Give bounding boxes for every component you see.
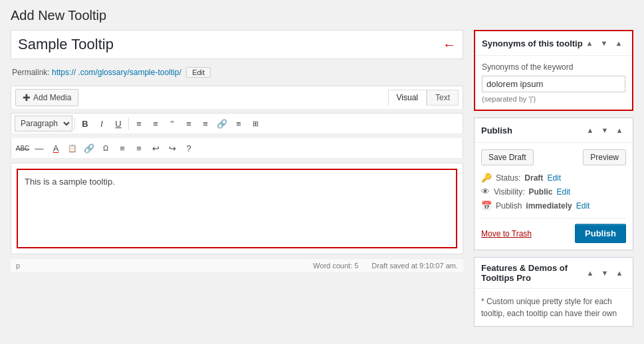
synonyms-metabox: Synonyms of this tooltip ▲ ▼ ▲ Synonyms … xyxy=(474,30,633,111)
sidebar: Synonyms of this tooltip ▲ ▼ ▲ Synonyms … xyxy=(474,30,633,327)
features-collapse-button[interactable]: ▲ xyxy=(613,266,626,280)
save-draft-button[interactable]: Save Draft xyxy=(481,149,534,165)
publish-time-value: immediately xyxy=(526,201,572,211)
publish-time-edit-link[interactable]: Edit xyxy=(576,201,590,211)
visibility-value: Public xyxy=(528,187,552,197)
publish-controls: ▲ ▼ ▲ xyxy=(584,124,626,137)
word-count: Word count: 5 xyxy=(313,262,358,270)
blockquote-button[interactable]: " xyxy=(164,116,180,131)
status-label: Status: xyxy=(496,173,520,183)
special-char-button[interactable]: Ω xyxy=(98,140,114,156)
publish-actions: Move to Trash Publish xyxy=(481,218,626,243)
features-metabox-header[interactable]: Features & Demos of Tooltips Pro ▲ ▼ ▲ xyxy=(475,258,633,289)
paste-text-button[interactable]: 📋 xyxy=(64,140,80,156)
underline-button[interactable]: U xyxy=(110,116,126,131)
publish-info: 🔑 Status: Draft Edit 👁 Visibility: Publi… xyxy=(481,171,626,213)
align-left-button[interactable]: ≡ xyxy=(181,116,197,131)
hr-button[interactable]: — xyxy=(31,140,47,156)
editor-content-area[interactable]: This is a sample tooltip. xyxy=(17,169,457,248)
permalink-url[interactable]: https:// .com/glossary/sample-tooltip/ xyxy=(52,68,181,77)
synonyms-metabox-header[interactable]: Synonyms of this tooltip ▲ ▼ ▲ xyxy=(475,31,632,56)
more-button[interactable]: ≡ xyxy=(231,116,247,131)
features-metabox: Features & Demos of Tooltips Pro ▲ ▼ ▲ *… xyxy=(474,257,633,327)
publish-time-row: 📅 Publish immediately Edit xyxy=(481,199,626,213)
features-up-button[interactable]: ▲ xyxy=(584,266,597,280)
features-title: Features & Demos of Tooltips Pro xyxy=(481,263,584,283)
ordered-list-button[interactable]: ≡ xyxy=(148,116,163,131)
tab-text[interactable]: Text xyxy=(427,90,459,106)
publish-time-label: Publish xyxy=(496,201,522,211)
calendar-icon: 📅 xyxy=(481,201,492,211)
synonyms-collapse-button[interactable]: ▲ xyxy=(612,37,625,50)
status-value: Draft xyxy=(524,173,543,183)
synonyms-input[interactable] xyxy=(482,76,625,92)
features-text: * Custom unique pretty style for each to… xyxy=(481,296,626,319)
synonyms-content: Synonyms of the keyword (separated by '|… xyxy=(475,56,632,110)
features-controls: ▲ ▼ ▲ xyxy=(584,266,626,280)
permalink-edit-button[interactable]: Edit xyxy=(186,67,211,78)
publish-down-button[interactable]: ▼ xyxy=(598,124,611,137)
visibility-edit-link[interactable]: Edit xyxy=(556,187,570,197)
permalink-row: Permalink: https:// .com/glossary/sample… xyxy=(11,67,463,78)
help-button[interactable]: ? xyxy=(181,140,197,156)
paragraph-select[interactable]: Paragraph xyxy=(15,116,72,131)
status-row: 🔑 Status: Draft Edit xyxy=(481,171,626,185)
synonyms-up-button[interactable]: ▲ xyxy=(583,37,596,50)
title-field-wrapper: ← xyxy=(11,30,463,59)
synonyms-keyword-label: Synonyms of the keyword xyxy=(482,62,625,72)
font-color-button[interactable]: A xyxy=(48,140,64,156)
publish-content: Save Draft Preview 🔑 Status: Draft Edit … xyxy=(475,143,633,250)
tab-visual[interactable]: Visual xyxy=(388,90,427,106)
synonyms-down-button[interactable]: ▼ xyxy=(597,37,611,50)
bold-button[interactable]: B xyxy=(77,116,93,131)
align-right-button[interactable]: ≡ xyxy=(197,116,213,131)
link-button[interactable]: 🔗 xyxy=(214,116,230,131)
publish-metabox: Publish ▲ ▼ ▲ Save Draft Preview 🔑 xyxy=(474,118,633,250)
editor-footer: p Word count: 5 Draft saved at 9:10:07 a… xyxy=(11,258,463,272)
features-content: * Custom unique pretty style for each to… xyxy=(475,289,633,326)
permalink-label: Permalink: xyxy=(12,68,50,77)
publish-draft-row: Save Draft Preview xyxy=(481,149,626,165)
publish-metabox-header[interactable]: Publish ▲ ▼ ▲ xyxy=(475,118,633,143)
outdent-button[interactable]: ≡ xyxy=(131,140,147,156)
synonyms-title: Synonyms of this tooltip xyxy=(482,39,583,48)
clear-format-button[interactable]: 🔗 xyxy=(81,140,97,156)
add-media-icon: ✚ xyxy=(23,92,31,103)
post-title-input[interactable] xyxy=(11,31,443,58)
html-path: p xyxy=(16,262,20,270)
move-to-trash-button[interactable]: Move to Trash xyxy=(481,229,532,238)
visibility-row: 👁 Visibility: Public Edit xyxy=(481,185,626,199)
features-down-button[interactable]: ▼ xyxy=(598,266,611,280)
unordered-list-button[interactable]: ≡ xyxy=(131,116,147,131)
indent-button[interactable]: ≡ xyxy=(114,140,130,156)
redo-button[interactable]: ↪ xyxy=(164,140,180,156)
synonyms-hint: (separated by '|') xyxy=(482,95,625,103)
publish-title: Publish xyxy=(481,126,512,135)
fullscreen-button[interactable]: ⊞ xyxy=(247,116,263,131)
strikethrough-button[interactable]: ABC xyxy=(15,140,31,156)
add-media-button[interactable]: ✚ Add Media xyxy=(15,89,78,106)
page-title: Add New Tooltip xyxy=(11,8,633,23)
draft-saved: Draft saved at 9:10:07 am. xyxy=(372,262,458,270)
status-icon: 🔑 xyxy=(481,173,492,183)
preview-button[interactable]: Preview xyxy=(583,149,626,165)
title-arrow-icon: ← xyxy=(443,37,456,52)
publish-collapse-button[interactable]: ▲ xyxy=(613,124,626,137)
visibility-label: Visibility: xyxy=(494,187,524,197)
undo-button[interactable]: ↩ xyxy=(148,140,163,156)
add-media-label: Add Media xyxy=(33,93,71,102)
italic-button[interactable]: I xyxy=(94,116,110,131)
status-edit-link[interactable]: Edit xyxy=(547,173,561,183)
visibility-icon: 👁 xyxy=(481,187,490,197)
publish-up-button[interactable]: ▲ xyxy=(584,124,597,137)
synonyms-controls: ▲ ▼ ▲ xyxy=(583,37,625,50)
publish-button[interactable]: Publish xyxy=(575,224,626,243)
